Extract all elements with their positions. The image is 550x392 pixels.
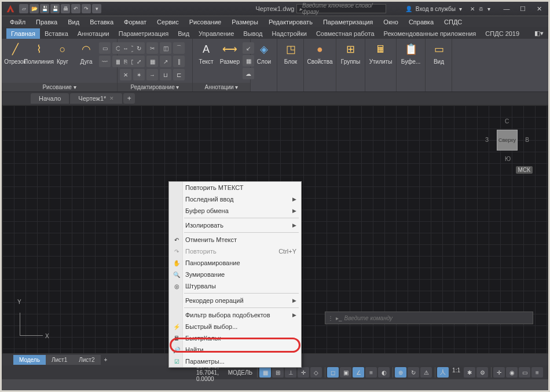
sb-otrack-icon[interactable]: ∠	[353, 367, 364, 378]
tool-clipboard[interactable]: 📋Буфе...	[399, 40, 423, 66]
tool-circle[interactable]: ○Круг	[52, 40, 74, 66]
viewcube-face[interactable]: Сверху	[497, 130, 518, 151]
help-dropdown-icon[interactable]: ▾	[487, 6, 490, 12]
qat-new-icon[interactable]: ▱	[19, 4, 28, 13]
qat-redo-icon[interactable]: ↷	[82, 4, 91, 13]
menu-edit[interactable]: Правка	[31, 17, 62, 27]
tool-arc[interactable]: ◠Дуга	[75, 40, 97, 66]
layout-tab-model[interactable]: Модель	[13, 355, 46, 365]
tool-utilities[interactable]: 🖩Утилиты	[368, 40, 394, 66]
menu-view[interactable]: Вид	[63, 17, 84, 27]
sb-grid-icon[interactable]: ▦	[259, 367, 271, 378]
ctx-zoom[interactable]: 🔍Зумирование	[169, 269, 301, 280]
panel-draw-title[interactable]: Рисование ▾	[2, 83, 117, 91]
ctx-options[interactable]: ☑Параметры...	[169, 356, 301, 367]
sb-3dosnap-icon[interactable]: ▣	[340, 367, 351, 378]
tab-manage[interactable]: Управление	[194, 28, 239, 39]
user-icon[interactable]: 👤	[405, 6, 412, 12]
close-button[interactable]: ✕	[531, 3, 547, 14]
login-label[interactable]: Вход в службы	[416, 6, 456, 12]
ribbon-options-icon[interactable]: ◧▾	[530, 28, 548, 39]
ctx-subobject-filter[interactable]: Фильтр выбора подобъектов▶	[169, 309, 301, 321]
mod-copy-icon[interactable]: ⎘	[120, 56, 131, 67]
sb-dyn-icon[interactable]: ⊕	[395, 367, 406, 378]
qat-more-icon[interactable]: ▾	[92, 4, 101, 13]
ctx-quickcalc[interactable]: 🖩БыстрКальк	[169, 332, 301, 344]
viewcube-east[interactable]: В	[525, 137, 529, 143]
add-layout-button[interactable]: +	[101, 355, 111, 365]
sb-polar-icon[interactable]: ✛	[298, 367, 309, 378]
sb-ws-icon[interactable]: ✛	[493, 367, 505, 378]
sb-cycle-icon[interactable]: ↻	[408, 367, 419, 378]
mod-array-icon[interactable]: ▦	[146, 56, 158, 67]
mod-scale-icon[interactable]: ⤢	[133, 56, 145, 67]
menu-insert[interactable]: Вставка	[85, 17, 118, 27]
panel-modify-title[interactable]: Редактирование ▾	[118, 83, 192, 91]
ctx-pan[interactable]: ✋Панорамирование	[169, 257, 301, 269]
ctx-undo[interactable]: ↶Отменить Мтекст	[169, 234, 301, 246]
mod-break-icon[interactable]: ⊏	[173, 69, 185, 80]
mod-erase-icon[interactable]: ✕	[120, 69, 131, 80]
ctx-isolate[interactable]: Изолировать▶	[169, 219, 301, 231]
sb-lwt-icon[interactable]: ≡	[365, 367, 377, 378]
ctx-wheels[interactable]: ◎Штурвалы	[169, 280, 301, 292]
viewcube-north[interactable]: С	[505, 118, 509, 124]
app-logo-icon[interactable]	[4, 3, 17, 14]
layout-tab-sheet1[interactable]: Лист1	[46, 355, 73, 365]
sb-hardware-icon[interactable]: ◉	[506, 367, 518, 378]
sb-snap-icon[interactable]: ⊞	[272, 367, 284, 378]
menu-spds[interactable]: СПДС	[439, 17, 467, 27]
qat-saveas-icon[interactable]: 💾	[50, 4, 60, 13]
tool-properties[interactable]: ●Свойства	[306, 40, 333, 66]
qat-print-icon[interactable]: 🖶	[61, 4, 70, 13]
qat-save-icon[interactable]: 💾	[40, 4, 49, 13]
mod-offset-icon[interactable]: ‖	[173, 56, 185, 67]
menu-file[interactable]: Файл	[5, 17, 30, 27]
minimize-button[interactable]: —	[498, 3, 515, 14]
tab-home[interactable]: Главная	[6, 28, 40, 39]
sb-annoviz-icon[interactable]: ✱	[464, 367, 475, 378]
tab-insert[interactable]: Вставка	[40, 28, 73, 39]
view-cube[interactable]: Сверху С Ю В З МСК	[484, 117, 530, 163]
command-input[interactable]	[344, 315, 530, 321]
tab-annotate[interactable]: Аннотации	[73, 28, 114, 39]
menu-parametric[interactable]: Параметризация	[318, 17, 377, 27]
tab-collab[interactable]: Совместная работа	[311, 28, 379, 39]
sb-gear-icon[interactable]: ⚙	[476, 367, 488, 378]
sb-transparency-icon[interactable]: ◐	[378, 367, 390, 378]
tab-view[interactable]: Вид	[173, 28, 194, 39]
menu-dimension[interactable]: Размеры	[227, 17, 263, 27]
sb-iso-icon[interactable]: ◇	[310, 367, 322, 378]
tool-line[interactable]: ╱Отрезок	[4, 40, 26, 66]
ctx-clipboard[interactable]: Буфер обмена▶	[169, 205, 301, 217]
cmd-handle-icon[interactable]: ⋮	[328, 315, 333, 321]
panel-annot-title[interactable]: Аннотации ▾	[193, 83, 250, 91]
mod-explode-icon[interactable]: ✶	[133, 69, 145, 80]
ctx-find[interactable]: 🔎Найти...	[169, 344, 301, 356]
sb-annoscale-icon[interactable]: 人	[437, 367, 449, 378]
mod-mirror-icon[interactable]: ◫	[160, 42, 171, 54]
doc-tab-start[interactable]: Начало	[31, 93, 69, 104]
menu-modify[interactable]: Редактировать	[264, 17, 317, 27]
tab-parametric[interactable]: Параметризация	[114, 28, 173, 39]
mod-move-icon[interactable]: ↔	[120, 42, 131, 54]
mod-trim-icon[interactable]: ✂	[146, 42, 158, 54]
status-scale[interactable]: 1:1	[450, 367, 463, 378]
ctx-action-recorder[interactable]: Рекордер операций▶	[169, 295, 301, 306]
mod-fillet-icon[interactable]: ⌒	[173, 42, 185, 54]
tool-groups[interactable]: ⊞Группы	[339, 40, 362, 66]
menu-tools[interactable]: Сервис	[152, 17, 184, 27]
ctx-quick-select[interactable]: ⚡Быстрый выбор...	[169, 321, 301, 332]
mod-join-icon[interactable]: ⊔	[160, 69, 171, 80]
draw-small-4[interactable]: 〰	[99, 56, 111, 67]
viewcube-west[interactable]: З	[485, 137, 489, 143]
menu-window[interactable]: Окно	[379, 17, 403, 27]
menu-format[interactable]: Формат	[119, 17, 151, 27]
tool-block[interactable]: ◳Блок	[280, 40, 302, 66]
sb-clean-icon[interactable]: ▭	[519, 367, 530, 378]
menu-help[interactable]: Справка	[404, 17, 438, 27]
qat-undo-icon[interactable]: ↶	[71, 4, 80, 13]
status-space[interactable]: МОДЕЛЬ	[225, 369, 256, 376]
mod-extend-icon[interactable]: →	[146, 69, 158, 80]
viewcube-south[interactable]: Ю	[505, 156, 511, 162]
